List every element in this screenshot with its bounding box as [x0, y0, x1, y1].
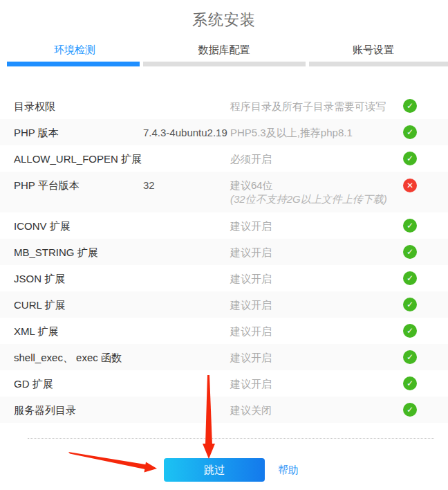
check-requirement-text: 建议开启: [230, 298, 403, 311]
check-requirement: 建议64位 (32位不支持2G以上文件上传下载): [230, 179, 403, 206]
check-requirement-text: 程序目录及所有子目录需要可读写: [230, 100, 403, 113]
footer: 跳过 帮助: [0, 458, 448, 482]
check-label: CURL 扩展: [14, 298, 143, 311]
check-label: shell_exec、 exec 函数: [14, 351, 143, 364]
check-row: XML 扩展 建议开启: [0, 318, 448, 344]
check-requirement: 建议开启: [230, 272, 403, 285]
check-label: JSON 扩展: [14, 272, 143, 285]
wizard-tabs: 环境检测 数据库配置 账号设置: [0, 42, 448, 58]
check-requirement-text: 建议开启: [230, 219, 403, 233]
check-requirement: 建议开启: [230, 377, 403, 390]
check-row: PHP 版本 7.4.3-4ubuntu2.19 PHP5.3及以上,推荐php…: [0, 119, 448, 145]
check-circle-icon: [403, 298, 417, 311]
check-requirement-text: 必须开启: [230, 152, 403, 165]
check-label: PHP 版本: [14, 126, 143, 139]
check-row: shell_exec、 exec 函数 建议开启: [0, 344, 448, 370]
check-requirement: 建议开启: [230, 219, 403, 233]
check-row: ICONV 扩展 建议开启: [0, 212, 448, 239]
check-requirement-text: 建议64位: [230, 179, 403, 192]
progress-segment-active: [7, 62, 140, 66]
check-row: 目录权限 程序目录及所有子目录需要可读写: [0, 93, 448, 119]
footer-divider: [28, 438, 434, 439]
check-row: PHP 平台版本 32 建议64位 (32位不支持2G以上文件上传下载): [0, 172, 448, 212]
check-requirement-text: 建议开启: [230, 351, 403, 364]
check-row: GD 扩展 建议开启: [0, 370, 448, 397]
check-row: ALLOW_URL_FOPEN 扩展 必须开启: [0, 145, 448, 172]
check-value: 7.4.3-4ubuntu2.19: [143, 126, 230, 139]
check-label: ICONV 扩展: [14, 219, 143, 233]
check-value: 32: [143, 179, 230, 192]
check-circle-icon: [403, 324, 417, 338]
x-circle-icon: [403, 179, 417, 192]
check-requirement: 建议开启: [230, 246, 403, 259]
check-requirement-text: 建议开启: [230, 377, 403, 390]
check-circle-icon: [403, 219, 417, 233]
check-label: 目录权限: [14, 100, 143, 113]
check-circle-icon: [403, 245, 417, 259]
check-label: ALLOW_URL_FOPEN 扩展: [14, 152, 143, 165]
tab-environment-check[interactable]: 环境检测: [0, 42, 149, 58]
check-circle-icon: [403, 403, 417, 417]
check-row: MB_STRING 扩展 建议开启: [0, 239, 448, 265]
check-requirement-text: 建议开启: [230, 272, 403, 285]
check-requirement-text: 建议开启: [230, 325, 403, 338]
check-requirement-text: PHP5.3及以上,推荐php8.1: [230, 126, 403, 139]
check-label: 服务器列目录: [14, 403, 143, 417]
check-requirement-text: 建议关闭: [230, 403, 403, 417]
check-row: 服务器列目录 建议关闭: [0, 397, 448, 423]
wizard-progress-bar: [7, 62, 448, 66]
check-circle-icon: [403, 125, 417, 139]
check-requirement: PHP5.3及以上,推荐php8.1: [230, 126, 403, 139]
check-requirement: 程序目录及所有子目录需要可读写: [230, 100, 403, 113]
environment-check-table: 目录权限 程序目录及所有子目录需要可读写 PHP 版本 7.4.3-4ubunt…: [0, 93, 448, 423]
progress-segment: [309, 62, 448, 66]
check-circle-icon: [403, 99, 417, 113]
check-requirement: 必须开启: [230, 152, 403, 165]
check-requirement-text: 建议开启: [230, 246, 403, 259]
check-requirement: 建议开启: [230, 298, 403, 311]
check-label: PHP 平台版本: [14, 179, 143, 192]
check-circle-icon: [403, 152, 417, 165]
check-label: XML 扩展: [14, 325, 143, 338]
progress-segment: [143, 62, 306, 66]
check-label: MB_STRING 扩展: [14, 246, 143, 259]
check-row: CURL 扩展 建议开启: [0, 291, 448, 318]
check-circle-icon: [403, 271, 417, 285]
check-label: GD 扩展: [14, 377, 143, 390]
tab-database-config[interactable]: 数据库配置: [149, 42, 299, 58]
check-requirement: 建议开启: [230, 351, 403, 364]
help-link[interactable]: 帮助: [278, 464, 299, 477]
install-wizard-page: 系统安装 环境检测 数据库配置 账号设置 目录权限 程序目录及所有子目录需要可读…: [0, 10, 448, 490]
page-title: 系统安装: [0, 10, 448, 30]
skip-button[interactable]: 跳过: [164, 458, 265, 482]
check-requirement: 建议开启: [230, 325, 403, 338]
check-note: (32位不支持2G以上文件上传下载): [230, 192, 403, 206]
check-circle-icon: [403, 376, 417, 390]
check-row: JSON 扩展 建议开启: [0, 265, 448, 291]
check-circle-icon: [403, 350, 417, 364]
tab-account-settings[interactable]: 账号设置: [299, 42, 448, 58]
check-requirement: 建议关闭: [230, 403, 403, 417]
